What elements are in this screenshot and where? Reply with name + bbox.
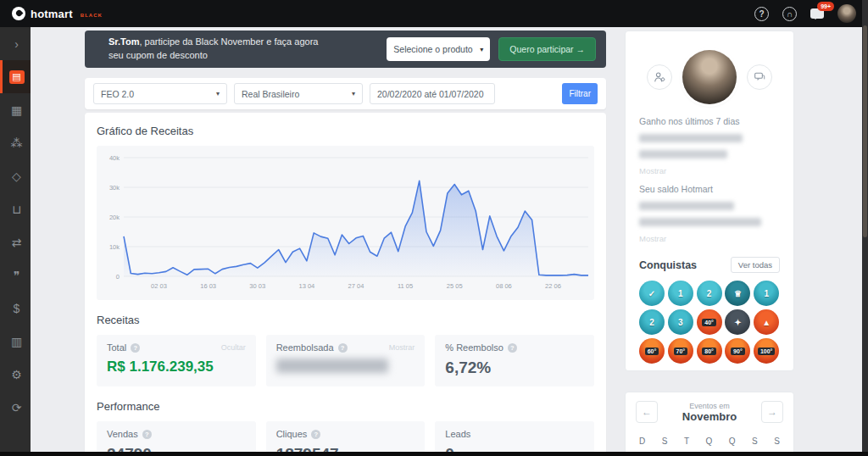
badge-faturamento-nivel-3[interactable]: 3 [668, 309, 693, 335]
hotmart-balance-label: Seu saldo Hotmart [639, 184, 780, 194]
svg-text:0: 0 [116, 273, 120, 281]
badge-primeira-venda-carrinho[interactable]: 1 [668, 281, 693, 306]
badge-trofeu[interactable]: ♕ [725, 281, 750, 306]
events-in-label: Eventos em [682, 402, 737, 410]
sidebar-item-marketplace-cart[interactable]: ⊔ [0, 192, 31, 225]
badge-temperatura-70[interactable]: 70° [668, 338, 693, 364]
sidebar-item-reports-chart[interactable]: ▥ [0, 325, 31, 358]
weekday-label: Q [706, 437, 713, 446]
notification-badge: 99+ [817, 2, 834, 11]
badge-faturamento-nivel-2[interactable]: 2 [639, 309, 665, 335]
badge-label: 70° [674, 348, 688, 355]
previous-month-button[interactable]: ← [636, 401, 658, 423]
product-select-banner[interactable]: Selecione o produto ▾ [387, 37, 490, 61]
revenue-section-title: Receitas [97, 314, 594, 326]
subscriptions-sync-icon: ⇄ [12, 236, 22, 249]
badge-ninja[interactable]: ✦ [725, 309, 750, 335]
marketplace-cart-icon: ⊔ [12, 203, 21, 216]
currency-filter-select[interactable]: Real Brasileiro ▾ [234, 83, 363, 104]
filter-bar: FEO 2.0 ▾ Real Brasileiro ▾ 20/02/2020 a… [85, 78, 606, 109]
refunded-revenue-card: Reembolsada ? Mostrar [266, 335, 426, 386]
reports-chart-icon: ▥ [11, 335, 22, 348]
messages-chat-icon: ❞ [14, 269, 20, 282]
brand-name: hotmart [31, 8, 73, 20]
chat-bubbles-icon [753, 70, 766, 84]
user-gear-icon [653, 70, 666, 84]
scrollbar-thumb[interactable] [863, 25, 867, 237]
user-avatar[interactable] [837, 4, 856, 23]
notifications-chat-icon[interactable]: 99+ [810, 8, 824, 19]
black-november-banner: Sr.Tom, participe da Black November e fa… [85, 31, 606, 68]
date-range-input[interactable]: 20/02/2020 até 01/07/2020 [370, 83, 495, 104]
svg-text:08 06: 08 06 [496, 282, 512, 290]
hidden-balance-value [639, 202, 734, 210]
currency-filter-value: Real Brasileiro [242, 89, 299, 99]
show-refunded-link[interactable]: Mostrar [389, 343, 415, 352]
badge-label: 40° [702, 319, 716, 326]
dashboard-main-card: Gráfico de Receitas 010k20k30k40k02 0316… [85, 113, 606, 456]
svg-text:27 04: 27 04 [348, 282, 364, 290]
account-settings-button[interactable] [647, 64, 672, 90]
banner-message: Sr.Tom, participe da Black November e fa… [108, 36, 320, 63]
svg-text:40k: 40k [109, 154, 120, 162]
product-filter-select[interactable]: FEO 2.0 ▾ [93, 83, 227, 104]
badge-temperatura-90[interactable]: 90° [725, 338, 750, 364]
hidden-balance-value [639, 218, 761, 226]
badge-segunda-venda-carrinho[interactable]: 2 [697, 281, 722, 306]
revenue-chart-panel: 010k20k30k40k02 0316 0330 0313 0427 0411… [97, 146, 594, 300]
apps-grid-icon: ▦ [11, 103, 22, 117]
sidebar-item-apps-grid[interactable]: ▦ [0, 93, 31, 126]
messages-button[interactable] [747, 64, 772, 90]
sidebar-item-affiliates-network[interactable]: ⁂ [0, 126, 31, 159]
affiliates-network-icon: ⁂ [11, 136, 23, 150]
expand-menu-icon: › [14, 37, 19, 51]
badge-perfil-completo[interactable]: ✓ [639, 281, 665, 306]
sidebar-item-finance-dollar[interactable]: $ [0, 292, 31, 325]
show-balance-link[interactable]: Mostrar [639, 234, 780, 243]
profile-avatar[interactable] [682, 50, 737, 104]
events-calendar-card: ← Eventos em Novembro → DSTQQSS [625, 392, 794, 456]
sidebar-item-help-globe[interactable]: ⟳ [0, 391, 31, 424]
badge-temperatura-100[interactable]: 100° [754, 338, 779, 364]
badge-piramides[interactable]: ▲ [754, 309, 779, 335]
filter-button[interactable]: Filtrar [562, 83, 598, 104]
total-label: Total [107, 342, 126, 353]
leads-label: Leads [445, 429, 470, 439]
brand-black-label: BLACK [81, 13, 103, 18]
window-bottom-edge [0, 452, 868, 456]
sidebar-item-subscriptions-sync[interactable]: ⇄ [0, 225, 31, 259]
help-tooltip-icon[interactable]: ? [338, 343, 348, 353]
next-month-button[interactable]: → [761, 401, 783, 423]
revenue-area-chart[interactable]: 010k20k30k40k02 0316 0330 0313 0427 0411… [98, 149, 594, 295]
products-box-icon: ◇ [12, 170, 21, 183]
badge-temperatura-60[interactable]: 60° [639, 338, 665, 364]
calendar-month: Novembro [682, 410, 737, 423]
help-tooltip-icon[interactable]: ? [508, 343, 517, 353]
badge-label: 60° [645, 348, 659, 355]
badge-faturamento-nivel-1[interactable]: 1 [754, 281, 779, 306]
help-icon[interactable]: ? [754, 7, 769, 21]
hide-total-link[interactable]: Ocultar [221, 343, 246, 352]
support-headset-icon[interactable]: ∩ [782, 7, 797, 21]
help-tooltip-icon[interactable]: ? [311, 430, 320, 439]
sidebar-item-settings-gear[interactable]: ⚙ [0, 358, 31, 391]
banner-text: , participe da Black November e faça ago… [108, 36, 318, 60]
svg-text:10k: 10k [109, 243, 120, 251]
sidebar-item-expand-menu[interactable]: › [0, 27, 31, 60]
hotmart-logo[interactable]: hotmart BLACK [12, 7, 103, 20]
sidebar-item-products-box[interactable]: ◇ [0, 159, 31, 192]
sidebar-item-messages-chat[interactable]: ❞ [0, 259, 31, 292]
date-range-value: 20/02/2020 até 01/07/2020 [377, 89, 484, 99]
badge-fogo-40-graus[interactable]: 40° [697, 309, 722, 335]
join-black-november-button[interactable]: Quero participar → [498, 37, 596, 61]
help-tooltip-icon[interactable]: ? [131, 343, 140, 353]
refunded-label: Reembolsada [276, 342, 334, 353]
badge-temperatura-80[interactable]: 80° [697, 338, 722, 364]
page-scrollbar[interactable] [862, 0, 868, 456]
view-all-achievements-button[interactable]: Ver todas [731, 257, 780, 273]
help-tooltip-icon[interactable]: ? [142, 430, 152, 439]
show-earnings-link[interactable]: Mostrar [639, 166, 780, 175]
sidebar-item-dashboard[interactable]: ▤ [0, 60, 31, 93]
weekday-label: S [774, 437, 780, 446]
badge-label: 80° [702, 348, 716, 355]
